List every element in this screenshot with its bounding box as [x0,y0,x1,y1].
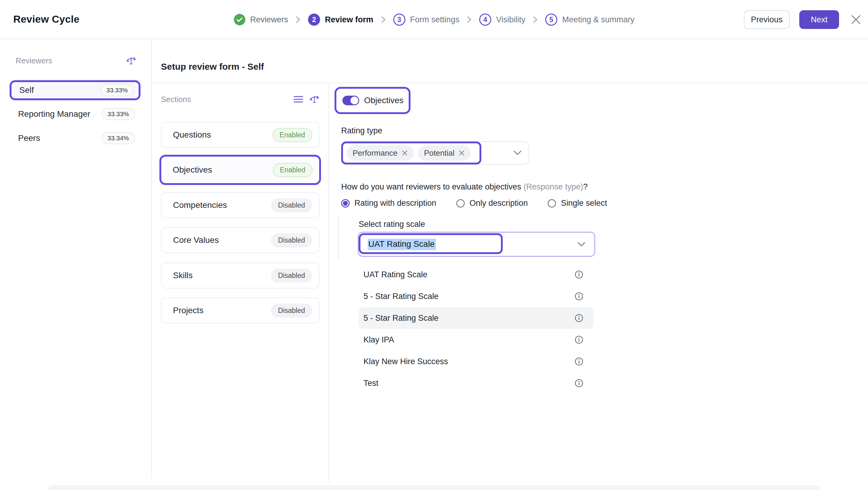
step-review-form[interactable]: 2 Review form [308,13,373,26]
balance-scale-icon[interactable] [309,94,319,105]
radio-rating-with-description[interactable]: Rating with description [341,199,436,208]
objectives-toggle[interactable] [342,96,359,105]
info-icon[interactable] [575,270,584,279]
objectives-toggle-annotation: Objectives [335,87,410,114]
remove-x-icon[interactable] [459,150,465,156]
self-highlight-annotation: Self 33.33% [10,80,141,100]
section-card-skills[interactable]: Skills Disabled [161,262,319,288]
page-title: Review Cycle [13,13,80,25]
previous-button[interactable]: Previous [744,10,789,29]
tag-potential: Potential [418,145,471,161]
response-type-question: How do you want reviewers to evaluate ob… [341,182,588,192]
radio-label: Rating with description [354,199,436,208]
chevron-right-icon [296,16,300,23]
status-badge: Disabled [271,304,313,318]
dropdown-option[interactable]: Test [359,372,594,394]
radio-icon [548,199,556,208]
dropdown-option[interactable]: Klay New Hire Success [359,351,594,372]
heading-divider [151,83,868,83]
rating-scale-dropdown: UAT Rating Scale 5 - Star Rating Scale 5… [359,264,594,394]
chevron-down-icon[interactable] [514,150,521,155]
balance-scale-icon[interactable] [126,56,136,66]
step-number: 4 [479,13,491,26]
radio-label: Single select [561,199,607,208]
option-label: Klay IPA [364,335,394,345]
rating-scale-value: UAT Rating Scale [368,239,436,250]
option-label: 5 - Star Rating Scale [364,314,438,323]
tag-label: Performance [352,148,398,158]
weight-badge: 33.33% [101,108,135,120]
option-label: UAT Rating Scale [364,270,427,279]
section-card-objectives[interactable]: Objectives Enabled [159,155,321,185]
dropdown-option-highlighted[interactable]: 5 - Star Rating Scale [359,307,594,329]
question-muted-text: (Response type) [524,182,583,191]
info-icon[interactable] [575,335,584,344]
info-icon[interactable] [575,292,584,301]
close-icon[interactable] [851,15,861,24]
objectives-toggle-label: Objectives [364,96,404,105]
reviewers-panel-header: Reviewers [16,56,136,66]
remove-x-icon[interactable] [402,150,408,156]
section-label: Objectives [173,165,212,175]
dropdown-option[interactable]: 5 - Star Rating Scale [359,285,594,307]
option-label: Test [364,379,378,388]
next-button[interactable]: Next [799,10,839,29]
rating-type-select[interactable]: Performance Potential [341,141,529,165]
reviewer-label: Self [19,85,34,95]
section-card-competencies[interactable]: Competencies Disabled [161,192,319,218]
question-suffix: ? [583,182,588,191]
setup-heading: Setup review form - Self [161,62,264,72]
info-icon[interactable] [575,314,584,322]
select-rating-scale-label: Select rating scale [359,220,425,229]
step-label: Reviewers [250,15,288,24]
step-number: 2 [308,13,320,26]
reviewer-item-self[interactable]: Self 33.33% [8,79,142,102]
toggle-knob [350,96,358,105]
section-label: Core Values [173,235,219,245]
step-label: Visibility [496,15,525,24]
section-label: Projects [173,306,204,315]
chevron-right-icon [467,16,471,23]
step-form-settings[interactable]: 3 Form settings [393,13,460,26]
step-meeting-summary[interactable]: 5 Meeting & summary [545,13,634,26]
status-badge: Disabled [271,233,313,248]
sections-title: Sections [161,95,191,104]
status-badge: Enabled [273,128,312,142]
step-visibility[interactable]: 4 Visibility [479,13,525,26]
sections-icons [293,94,319,105]
weight-badge: 33.34% [101,132,135,144]
tag-label: Potential [424,148,455,158]
tag-performance: Performance [347,145,414,161]
radio-single-select[interactable]: Single select [548,199,607,208]
info-icon[interactable] [575,357,584,366]
reviewer-item-peers[interactable]: Peers 33.34% [8,129,142,147]
section-card-projects[interactable]: Projects Disabled [161,297,319,323]
review-cycle-modal: Review Cycle Reviewers 2 Review form 3 F… [0,0,868,490]
weight-badge: 33.33% [100,84,134,96]
chevron-down-icon[interactable] [578,242,585,247]
section-card-questions[interactable]: Questions Enabled [161,122,319,148]
sidebar-divider [151,39,152,479]
status-badge: Disabled [271,198,313,212]
reviewers-title: Reviewers [16,56,52,65]
section-label: Questions [173,130,211,140]
section-card-core-values[interactable]: Core Values Disabled [161,227,319,253]
reviewer-label: Peers [18,133,40,143]
rating-scale-input[interactable]: UAT Rating Scale [358,232,595,257]
chevron-right-icon [381,16,385,23]
dropdown-option[interactable]: Klay IPA [359,329,594,351]
indent-guide-line [338,215,339,259]
sections-divider [329,83,329,482]
reviewer-item-reporting-manager[interactable]: Reporting Manager 33.33% [8,105,142,123]
radio-only-description[interactable]: Only description [456,199,528,208]
step-label: Meeting & summary [562,15,634,24]
stepper: Reviewers 2 Review form 3 Form settings … [234,0,634,39]
option-label: 5 - Star Rating Scale [364,292,438,301]
dropdown-option[interactable]: UAT Rating Scale [359,264,594,285]
reorder-lines-icon[interactable] [293,96,303,103]
status-badge: Enabled [273,163,313,177]
reviewer-label: Reporting Manager [18,109,90,119]
section-label: Skills [173,271,193,280]
step-reviewers[interactable]: Reviewers [234,14,288,25]
info-icon[interactable] [575,379,584,388]
